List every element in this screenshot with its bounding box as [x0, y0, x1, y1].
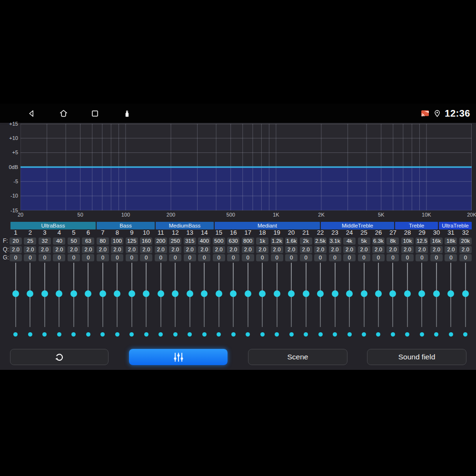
- recent-apps-icon[interactable]: [90, 109, 99, 118]
- freq-value-box[interactable]: 3.1k: [329, 238, 341, 245]
- slider-knob[interactable]: [216, 290, 222, 297]
- back-icon[interactable]: [27, 109, 36, 118]
- freq-value-box[interactable]: 20: [10, 238, 22, 245]
- slider-knob[interactable]: [201, 290, 208, 297]
- gain-value-box[interactable]: 0: [53, 254, 65, 261]
- freq-value-box[interactable]: 125: [126, 238, 138, 245]
- gain-value-box[interactable]: 0: [82, 254, 94, 261]
- gain-value-box[interactable]: 0: [227, 254, 239, 261]
- q-value-box[interactable]: 2.0: [10, 246, 22, 253]
- freq-value-box[interactable]: 80: [97, 238, 109, 245]
- q-value-box[interactable]: 2.0: [68, 246, 80, 253]
- freq-value-box[interactable]: 63: [82, 238, 94, 245]
- q-value-box[interactable]: 2.0: [126, 246, 138, 253]
- gain-value-box[interactable]: 0: [242, 254, 254, 261]
- home-icon[interactable]: [59, 109, 68, 118]
- gain-value-box[interactable]: 0: [126, 254, 138, 261]
- gain-value-box[interactable]: 0: [401, 254, 414, 261]
- gain-value-box[interactable]: 0: [184, 254, 196, 261]
- q-value-box[interactable]: 2.0: [430, 246, 443, 253]
- q-value-box[interactable]: 2.0: [53, 246, 65, 253]
- q-value-box[interactable]: 2.0: [387, 246, 399, 253]
- slider-knob[interactable]: [56, 290, 62, 297]
- q-value-box[interactable]: 2.0: [271, 246, 283, 253]
- slider-knob[interactable]: [288, 290, 295, 297]
- gain-value-box[interactable]: 0: [271, 254, 283, 261]
- q-value-box[interactable]: 2.0: [343, 246, 356, 253]
- freq-value-box[interactable]: 2.5k: [314, 238, 327, 245]
- gain-value-box[interactable]: 0: [372, 254, 385, 261]
- q-value-box[interactable]: 2.0: [256, 246, 268, 253]
- freq-value-box[interactable]: 6.3k: [372, 238, 385, 245]
- slider-knob[interactable]: [259, 290, 266, 297]
- slider-knob[interactable]: [332, 290, 338, 297]
- q-value-box[interactable]: 2.0: [314, 246, 327, 253]
- slider-knob[interactable]: [143, 290, 149, 297]
- gain-value-box[interactable]: 0: [329, 254, 341, 261]
- gain-value-box[interactable]: 0: [97, 254, 109, 261]
- gain-value-box[interactable]: 0: [169, 254, 181, 261]
- gain-value-box[interactable]: 0: [416, 254, 428, 261]
- scene-button[interactable]: Scene: [248, 349, 347, 365]
- freq-value-box[interactable]: 400: [198, 238, 210, 245]
- equalizer-button[interactable]: [129, 349, 228, 365]
- q-value-box[interactable]: 2.0: [97, 246, 109, 253]
- gain-value-box[interactable]: 0: [387, 254, 399, 261]
- gain-value-box[interactable]: 0: [300, 254, 312, 261]
- slider-knob[interactable]: [317, 290, 324, 297]
- gain-value-box[interactable]: 0: [155, 254, 167, 261]
- freq-value-box[interactable]: 16k: [430, 238, 443, 245]
- freq-value-box[interactable]: 8k: [387, 238, 399, 245]
- freq-value-box[interactable]: 500: [213, 238, 225, 245]
- band-segment-bass[interactable]: Bass: [97, 222, 155, 229]
- freq-value-box[interactable]: 40: [53, 238, 65, 245]
- gain-value-box[interactable]: 0: [39, 254, 51, 261]
- freq-value-box[interactable]: 32: [39, 238, 51, 245]
- q-value-box[interactable]: 2.0: [39, 246, 51, 253]
- q-value-box[interactable]: 2.0: [198, 246, 210, 253]
- gain-value-box[interactable]: 0: [314, 254, 327, 261]
- q-value-box[interactable]: 2.0: [358, 246, 370, 253]
- slider-knob[interactable]: [433, 290, 440, 297]
- slider-knob[interactable]: [274, 290, 280, 297]
- gain-value-box[interactable]: 0: [68, 254, 80, 261]
- q-value-box[interactable]: 2.0: [242, 246, 254, 253]
- q-value-box[interactable]: 2.0: [184, 246, 196, 253]
- gain-value-box[interactable]: 0: [213, 254, 225, 261]
- q-value-box[interactable]: 2.0: [111, 246, 123, 253]
- q-value-box[interactable]: 2.0: [24, 246, 36, 253]
- freq-value-box[interactable]: 20k: [459, 238, 472, 245]
- freq-value-box[interactable]: 12.5: [416, 238, 428, 245]
- freq-value-box[interactable]: 160: [140, 238, 152, 245]
- q-value-box[interactable]: 2.0: [285, 246, 298, 253]
- freq-value-box[interactable]: 5k: [358, 238, 370, 245]
- slider-knob[interactable]: [129, 290, 135, 297]
- slider-knob[interactable]: [41, 290, 48, 297]
- freq-value-box[interactable]: 1.2k: [271, 238, 283, 245]
- slider-knob[interactable]: [114, 290, 120, 297]
- slider-knob[interactable]: [99, 290, 106, 297]
- gain-value-box[interactable]: 0: [140, 254, 152, 261]
- slider-knob[interactable]: [361, 290, 367, 297]
- q-value-box[interactable]: 2.0: [372, 246, 385, 253]
- freq-value-box[interactable]: 50: [68, 238, 80, 245]
- slider-knob[interactable]: [389, 290, 396, 297]
- q-value-box[interactable]: 2.0: [169, 246, 181, 253]
- slider-knob[interactable]: [187, 290, 193, 297]
- gain-value-box[interactable]: 0: [445, 254, 457, 261]
- q-value-box[interactable]: 2.0: [213, 246, 225, 253]
- freq-value-box[interactable]: 200: [155, 238, 167, 245]
- q-value-box[interactable]: 2.0: [416, 246, 428, 253]
- freq-value-box[interactable]: 315: [184, 238, 196, 245]
- gain-value-box[interactable]: 0: [256, 254, 268, 261]
- gain-value-box[interactable]: 0: [285, 254, 298, 261]
- slider-knob[interactable]: [85, 290, 91, 297]
- q-value-box[interactable]: 2.0: [329, 246, 341, 253]
- q-value-box[interactable]: 2.0: [401, 246, 414, 253]
- gain-value-box[interactable]: 0: [459, 254, 472, 261]
- reset-button[interactable]: [10, 349, 109, 365]
- slider-knob[interactable]: [447, 290, 454, 297]
- band-segment-mediumbass[interactable]: MediumBass: [156, 222, 214, 229]
- slider-knob[interactable]: [462, 290, 469, 297]
- gain-value-box[interactable]: 0: [343, 254, 356, 261]
